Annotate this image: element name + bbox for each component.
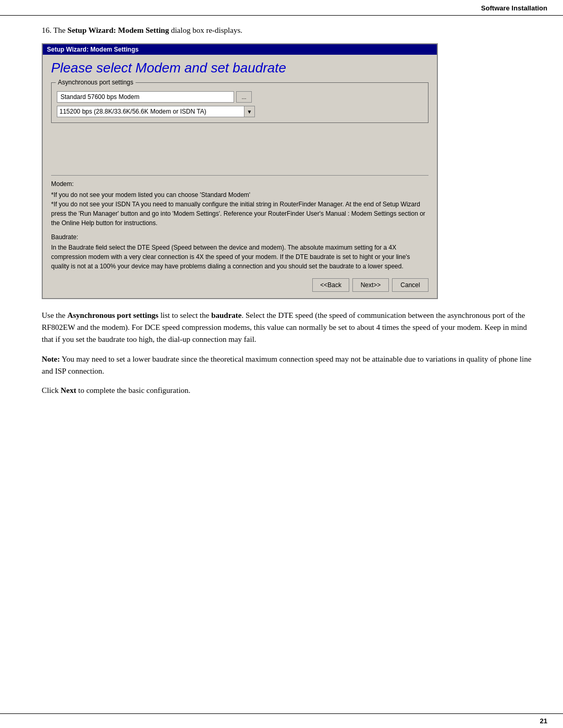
body-para-2: Note: You may need to set a lower baudra… (42, 353, 532, 378)
body-para-1: Use the Asynchronous port settings list … (42, 310, 532, 346)
baudrate-help-body: In the Baudrate field select the DTE Spe… (51, 243, 429, 271)
header-bar: Software Installation (0, 0, 563, 16)
content-area: 16. The Setup Wizard: Modem Setting dial… (0, 16, 563, 425)
body-para3-after: to complete the basic configuration. (76, 386, 190, 394)
help-text-baudrate: Baudrate: In the Baudrate field select t… (51, 233, 429, 271)
help-text-modem: Modem: *If you do not see your modem lis… (51, 180, 429, 227)
body-para1-bold2: baudrate (211, 311, 241, 319)
body-para1-bold1: Asynchronous port settings (67, 311, 158, 319)
select-arrow-icon[interactable]: ▼ (244, 106, 255, 117)
empty-area (51, 130, 429, 172)
async-port-group: Asynchronous port settings ... 115200 bp… (51, 82, 429, 123)
body-para2-bold: Note: (42, 355, 60, 363)
dialog-content: Please select Modem and set baudrate Asy… (43, 55, 437, 298)
body-para3-bold: Next (60, 386, 76, 394)
body-para3-before: Click (42, 386, 60, 394)
page-container: Software Installation 16. The Setup Wiza… (0, 0, 563, 728)
next-button[interactable]: Next>> (352, 278, 389, 292)
intro-text-before: The (53, 26, 67, 34)
dialog-headline: Please select Modem and set baudrate (51, 60, 429, 76)
baudrate-select-row: 115200 bps (28.8K/33.6K/56.6K Modem or I… (57, 106, 423, 117)
page-number: 21 (540, 717, 547, 725)
body-paragraphs: Use the Asynchronous port settings list … (42, 310, 532, 397)
body-para2-after: You may need to set a lower baudrate sin… (42, 355, 531, 375)
modem-help-label: Modem: (51, 180, 429, 189)
dialog-buttons: <<Back Next>> Cancel (51, 276, 429, 292)
body-para-3: Click Next to complete the basic configu… (42, 385, 532, 397)
dialog-box: Setup Wizard: Modem Settings Please sele… (42, 43, 438, 299)
modem-help-line1: *If you do not see your modem listed you… (51, 191, 250, 199)
header-title: Software Installation (481, 4, 547, 12)
body-para1-middle: list to select the (158, 311, 211, 319)
modem-help-body: *If you do not see your modem listed you… (51, 190, 429, 228)
intro-paragraph: 16. The Setup Wizard: Modem Setting dial… (42, 26, 532, 35)
cancel-button[interactable]: Cancel (392, 278, 429, 292)
async-group-legend: Asynchronous port settings (56, 79, 136, 86)
modem-input[interactable] (57, 91, 234, 103)
intro-text-after: dialog box re-displays. (169, 26, 242, 34)
dialog-titlebar-text: Setup Wizard: Modem Settings (47, 46, 139, 53)
separator-line (51, 175, 429, 176)
baudrate-help-label: Baudrate: (51, 233, 429, 242)
back-button[interactable]: <<Back (312, 278, 349, 292)
footer-bar: 21 (0, 713, 563, 728)
baudrate-select[interactable]: 115200 bps (28.8K/33.6K/56.6K Modem or I… (57, 106, 244, 117)
modem-row: ... (57, 91, 423, 103)
step-number: 16. (42, 26, 52, 34)
body-para1-before: Use the (42, 311, 67, 319)
browse-button[interactable]: ... (236, 91, 252, 103)
intro-bold: Setup Wizard: Modem Setting (67, 26, 169, 34)
dialog-titlebar: Setup Wizard: Modem Settings (43, 44, 437, 55)
modem-help-line2: *If you do not see your ISDN TA you need… (51, 201, 425, 227)
